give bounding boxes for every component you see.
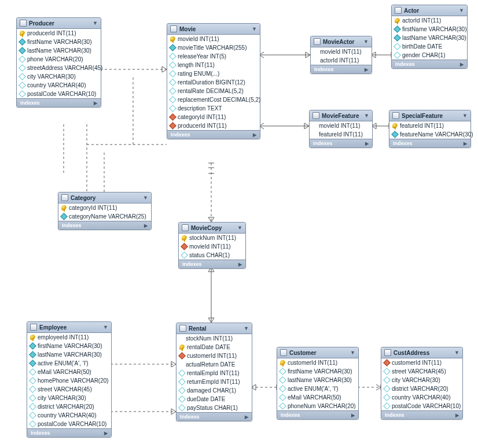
- column-row[interactable]: length INT(11): [167, 61, 260, 69]
- entity-customer[interactable]: Customer▼customerId INT(11)firstName VAR…: [277, 347, 359, 420]
- collapse-icon[interactable]: ▼: [143, 195, 148, 201]
- expand-icon[interactable]: ▶: [464, 141, 467, 146]
- expand-icon[interactable]: ▶: [455, 413, 459, 418]
- indexes-bar[interactable]: Indexes▶: [310, 139, 372, 147]
- column-row[interactable]: street VARCHAR(45): [381, 367, 462, 376]
- column-row[interactable]: firstName VARCHAR(30): [277, 367, 358, 376]
- column-row[interactable]: movieId INT(11): [167, 35, 260, 43]
- column-row[interactable]: categoryName VARCHAR(25): [58, 212, 151, 221]
- entity-movieactor[interactable]: MovieActor▼movieId INT(11)actorId INT(11…: [310, 36, 372, 74]
- column-row[interactable]: dueDate DATE: [177, 395, 252, 403]
- column-row[interactable]: movieId INT(11): [310, 121, 372, 130]
- column-row[interactable]: stockNum INT(11): [179, 234, 245, 242]
- column-row[interactable]: replacementCost DECIMAL(5,2): [167, 95, 260, 104]
- indexes-bar[interactable]: Indexes▶: [179, 260, 245, 268]
- column-row[interactable]: releaseYear INT(5): [167, 52, 260, 61]
- column-row[interactable]: rentalDate DATE: [177, 343, 252, 351]
- column-row[interactable]: producerId INT(11): [167, 121, 260, 130]
- column-row[interactable]: producerId INT(11): [17, 29, 101, 38]
- expand-icon[interactable]: ▶: [460, 62, 464, 67]
- indexes-bar[interactable]: Indexes▶: [392, 60, 467, 68]
- column-row[interactable]: country VARCHAR(40): [381, 393, 462, 402]
- entity-category[interactable]: Category▼categoryId INT(11)categoryName …: [58, 192, 152, 230]
- column-row[interactable]: featureId INT(11): [389, 121, 470, 130]
- column-row[interactable]: lastName VARCHAR(30): [392, 34, 467, 42]
- column-row[interactable]: rentalEmpId INT(11): [177, 369, 252, 377]
- collapse-icon[interactable]: ▼: [93, 20, 98, 26]
- entity-header[interactable]: MovieCopy▼: [179, 223, 245, 234]
- column-row[interactable]: postalCode VARCHAR(10): [27, 420, 111, 428]
- column-row[interactable]: status CHAR(1): [179, 251, 245, 260]
- entity-moviecopy[interactable]: MovieCopy▼stockNum INT(11)movieId INT(11…: [178, 222, 246, 269]
- entity-header[interactable]: Customer▼: [277, 347, 358, 358]
- entity-header[interactable]: SpecialFeature▼: [389, 110, 470, 121]
- column-row[interactable]: phone VARCHAR(20): [17, 55, 101, 64]
- column-row[interactable]: firstName VARCHAR(30): [392, 25, 467, 34]
- entity-specialfeature[interactable]: SpecialFeature▼featureId INT(11)featureN…: [389, 110, 471, 148]
- entity-actor[interactable]: Actor▼actorId INT(11)firstName VARCHAR(3…: [391, 5, 468, 69]
- collapse-icon[interactable]: ▼: [252, 26, 257, 32]
- column-row[interactable]: city VARCHAR(30): [381, 376, 462, 384]
- entity-header[interactable]: Actor▼: [392, 5, 467, 16]
- column-row[interactable]: movieTitle VARCHAR(255): [167, 43, 260, 52]
- entity-header[interactable]: Producer▼: [17, 18, 101, 29]
- expand-icon[interactable]: ▶: [245, 414, 248, 420]
- indexes-bar[interactable]: Indexes▶: [311, 65, 372, 73]
- column-row[interactable]: customerId INT(11): [277, 358, 358, 367]
- expand-icon[interactable]: ▶: [351, 413, 355, 418]
- column-row[interactable]: street VARCHAR(45): [27, 385, 111, 394]
- column-row[interactable]: firstName VARCHAR(30): [17, 38, 101, 46]
- expand-icon[interactable]: ▶: [144, 223, 148, 228]
- column-row[interactable]: streetAddress VARCHAR(45): [17, 64, 101, 72]
- entity-employee[interactable]: Employee▼employeeId INT(11)firstName VAR…: [27, 321, 112, 438]
- expand-icon[interactable]: ▶: [238, 262, 242, 267]
- column-row[interactable]: city VARCHAR(30): [17, 72, 101, 81]
- collapse-icon[interactable]: ▼: [103, 324, 108, 330]
- column-row[interactable]: gender CHAR(1): [392, 51, 467, 60]
- collapse-icon[interactable]: ▼: [237, 225, 242, 231]
- column-row[interactable]: categoryId INT(11): [167, 113, 260, 121]
- entity-custaddress[interactable]: CustAddress▼customerId INT(11)street VAR…: [381, 347, 463, 420]
- column-row[interactable]: rating ENUM(...): [167, 69, 260, 78]
- column-row[interactable]: actorId INT(11): [311, 56, 372, 65]
- collapse-icon[interactable]: ▼: [364, 113, 369, 119]
- entity-header[interactable]: MovieActor▼: [311, 36, 372, 47]
- collapse-icon[interactable]: ▼: [462, 113, 468, 119]
- entity-header[interactable]: CustAddress▼: [381, 347, 462, 358]
- column-row[interactable]: eMail VARCHAR(50): [277, 393, 358, 402]
- expand-icon[interactable]: ▶: [253, 132, 256, 138]
- column-row[interactable]: returnEmpId INT(11): [177, 377, 252, 386]
- column-row[interactable]: employeeId INT(11): [27, 333, 111, 342]
- collapse-icon[interactable]: ▼: [363, 39, 369, 45]
- column-row[interactable]: actorId INT(11): [392, 16, 467, 25]
- collapse-icon[interactable]: ▼: [454, 350, 459, 356]
- indexes-bar[interactable]: Indexes▶: [167, 130, 260, 139]
- indexes-bar[interactable]: Indexes▶: [27, 428, 111, 437]
- expand-icon[interactable]: ▶: [94, 101, 97, 106]
- expand-icon[interactable]: ▶: [104, 431, 108, 436]
- entity-header[interactable]: Movie▼: [167, 24, 260, 35]
- column-row[interactable]: rentalDuration BIGINT(12): [167, 78, 260, 87]
- column-row[interactable]: actualReturn DATE: [177, 360, 252, 369]
- indexes-bar[interactable]: Indexes▶: [277, 410, 358, 419]
- column-row[interactable]: city VARCHAR(30): [27, 394, 111, 402]
- column-row[interactable]: damaged CHAR(1): [177, 386, 252, 395]
- column-row[interactable]: district VARCHAR(20): [381, 384, 462, 393]
- column-row[interactable]: featureName VARCHAR(30): [389, 130, 470, 139]
- entity-header[interactable]: Category▼: [58, 192, 151, 203]
- column-row[interactable]: stockNum INT(11): [177, 334, 252, 343]
- column-row[interactable]: active ENUM('A', 'I'): [277, 384, 358, 393]
- column-row[interactable]: payStatus CHAR(1): [177, 403, 252, 412]
- column-row[interactable]: lastName VARCHAR(30): [17, 46, 101, 55]
- indexes-bar[interactable]: Indexes▶: [58, 221, 151, 229]
- collapse-icon[interactable]: ▼: [244, 325, 249, 331]
- column-row[interactable]: featureId INT(11): [310, 130, 372, 139]
- entity-rental[interactable]: Rental▼stockNum INT(11)rentalDate DATEcu…: [176, 323, 252, 421]
- indexes-bar[interactable]: Indexes▶: [177, 412, 252, 421]
- column-row[interactable]: movieId INT(11): [311, 47, 372, 56]
- column-row[interactable]: description TEXT: [167, 104, 260, 113]
- expand-icon[interactable]: ▶: [365, 141, 369, 146]
- column-row[interactable]: phoneNum VARCHAR(20): [277, 402, 358, 410]
- column-row[interactable]: lastName VARCHAR(30): [277, 376, 358, 384]
- column-row[interactable]: customerId INT(11): [177, 351, 252, 360]
